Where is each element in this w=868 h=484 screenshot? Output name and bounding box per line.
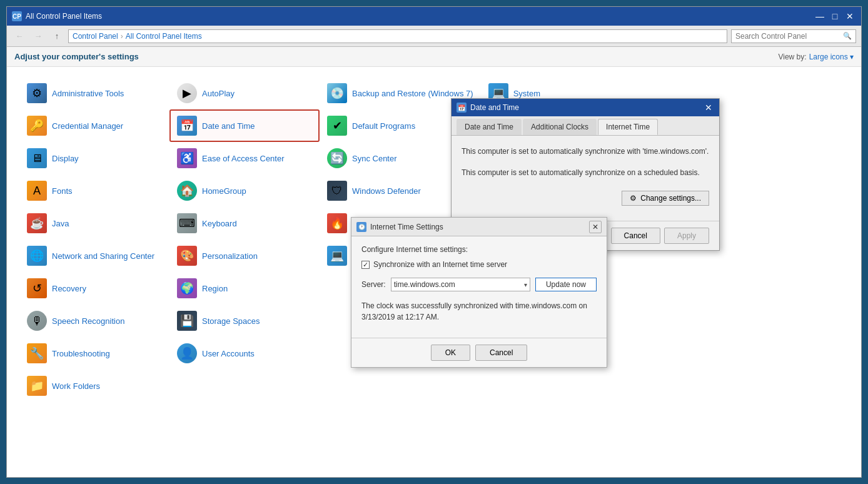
server-value: time.windows.com — [394, 280, 455, 289]
configure-text: Configure Internet time settings: — [361, 245, 597, 254]
success-text: The clock was successfully synchronized … — [361, 300, 597, 323]
close-button[interactable]: ✕ — [844, 10, 856, 23]
toolbar: Adjust your computer's settings View by:… — [7, 47, 861, 67]
cp-label-work-folders: Work Folders — [52, 381, 100, 391]
cp-label-recovery: Recovery — [52, 284, 86, 293]
cp-icon-default-programs: ✔ — [327, 116, 347, 136]
cp-item-administrative-tools[interactable]: ⚙ Administrative Tools — [19, 77, 169, 109]
cp-item-personalization[interactable]: 🎨 Personalization — [169, 239, 320, 272]
minimize-button[interactable]: — — [814, 10, 826, 23]
cp-icon-personalization: 🎨 — [177, 246, 197, 266]
tab-date-time[interactable]: Date and Time — [457, 119, 522, 135]
cp-label-network-sharing: Network and Sharing Center — [52, 251, 154, 261]
cp-label-fonts: Fonts — [52, 186, 73, 196]
server-dropdown[interactable]: time.windows.com ▾ — [391, 278, 530, 291]
cp-item-java[interactable]: ☕ Java — [19, 207, 169, 239]
view-by-label: View by: — [778, 53, 806, 61]
cp-label-date-time: Date and Time — [202, 121, 255, 131]
cp-icon-work-folders: 📁 — [27, 376, 47, 396]
cp-icon-windows-to-go: 💻 — [327, 246, 347, 266]
search-box[interactable]: 🔍 — [731, 29, 856, 43]
cp-item-keyboard[interactable]: ⌨ Keyboard — [169, 207, 320, 239]
title-bar: CP All Control Panel Items — □ ✕ — [7, 7, 861, 26]
search-icon: 🔍 — [843, 32, 852, 40]
cp-label-homegroup: HomeGroup — [202, 186, 246, 196]
cp-item-speech-recognition[interactable]: 🎙 Speech Recognition — [19, 305, 169, 337]
cp-item-network-sharing[interactable]: 🌐 Network and Sharing Center — [19, 239, 169, 272]
cp-item-region[interactable]: 🌍 Region — [169, 272, 320, 305]
cp-item-work-folders[interactable]: 📁 Work Folders — [19, 370, 169, 402]
cp-label-credential-manager: Credential Manager — [52, 121, 123, 131]
cp-icon-backup-restore: 💿 — [327, 83, 347, 103]
inet-close-button[interactable]: ✕ — [589, 221, 602, 233]
cp-icon-network-sharing: 🌐 — [27, 246, 47, 266]
date-time-close-button[interactable]: ✕ — [703, 102, 714, 113]
cp-label-personalization: Personalization — [202, 251, 258, 261]
up-button[interactable]: ↑ — [49, 29, 64, 44]
cp-label-display: Display — [52, 154, 79, 163]
inet-content: Configure Internet time settings: ✓ Sync… — [351, 236, 607, 338]
cp-item-troubleshooting[interactable]: 🔧 Troubleshooting — [19, 337, 169, 370]
tab-additional-clocks[interactable]: Additional Clocks — [523, 119, 597, 135]
forward-button[interactable]: → — [31, 29, 46, 44]
checkbox-label: Synchronize with an Internet time server — [373, 260, 507, 269]
cp-label-storage-spaces: Storage Spaces — [202, 316, 260, 326]
cp-item-recovery[interactable]: ↺ Recovery — [19, 272, 169, 305]
cp-label-region: Region — [202, 284, 228, 293]
cp-icon-administrative-tools: ⚙ — [27, 83, 47, 103]
cp-icon-recovery: ↺ — [27, 278, 47, 298]
server-row: Server: time.windows.com ▾ Update now — [361, 278, 597, 291]
cp-item-display[interactable]: 🖥 Display — [19, 142, 169, 174]
cp-icon-user-accounts: 👤 — [177, 343, 197, 363]
cp-item-credential-manager[interactable]: 🔑 Credential Manager — [19, 109, 169, 142]
sync-checkbox[interactable]: ✓ — [361, 261, 370, 269]
inet-title-icon: 🕐 — [356, 222, 366, 232]
column-1: ⚙ Administrative Tools 🔑 Credential Mana… — [19, 77, 169, 402]
cp-item-autoplay[interactable]: ▶ AutoPlay — [169, 77, 320, 109]
cp-icon-troubleshooting: 🔧 — [27, 343, 47, 363]
cp-label-system: System — [513, 89, 540, 98]
cp-item-user-accounts[interactable]: 👤 User Accounts — [169, 337, 320, 370]
cp-label-backup-restore: Backup and Restore (Windows 7) — [352, 89, 473, 98]
page-heading: Adjust your computer's settings — [14, 52, 139, 61]
cp-icon-windows-firewall: 🔥 — [327, 213, 347, 233]
sched-text: This computer is set to automatically sy… — [462, 167, 709, 178]
cp-label-user-accounts: User Accounts — [202, 349, 255, 358]
address-bar: ← → ↑ Control Panel › All Control Panel … — [7, 26, 861, 47]
breadcrumb-all-items[interactable]: All Control Panel Items — [126, 32, 202, 41]
back-button[interactable]: ← — [12, 29, 27, 44]
cp-label-default-programs: Default Programs — [352, 121, 415, 131]
cp-label-autoplay: AutoPlay — [202, 89, 235, 98]
cp-item-storage-spaces[interactable]: 💾 Storage Spaces — [169, 305, 320, 337]
inet-cancel-button[interactable]: Cancel — [475, 345, 527, 361]
title-bar-title: All Control Panel Items — [26, 12, 814, 21]
cp-icon-date-time: 📅 — [177, 116, 197, 136]
cp-item-fonts[interactable]: A Fonts — [19, 174, 169, 207]
inet-title-bar: 🕐 Internet Time Settings ✕ — [351, 218, 607, 236]
cp-item-date-time[interactable]: 📅 Date and Time — [169, 109, 320, 142]
cp-item-homegroup[interactable]: 🏠 HomeGroup — [169, 174, 320, 207]
breadcrumb-control-panel[interactable]: Control Panel — [73, 32, 118, 41]
cp-icon-fonts: A — [27, 181, 47, 201]
cp-icon-java: ☕ — [27, 213, 47, 233]
cp-icon-region: 🌍 — [177, 278, 197, 298]
update-now-button[interactable]: Update now — [535, 278, 597, 291]
datetime-apply-button[interactable]: Apply — [664, 228, 709, 244]
view-by-dropdown[interactable]: Large icons ▾ — [809, 53, 854, 61]
cp-item-ease-of-access[interactable]: ♿ Ease of Access Center — [169, 142, 320, 174]
title-bar-icon: CP — [12, 11, 22, 21]
datetime-cancel-button[interactable]: Cancel — [611, 228, 660, 244]
cp-icon-keyboard: ⌨ — [177, 213, 197, 233]
cp-label-ease-of-access: Ease of Access Center — [202, 154, 285, 163]
search-input[interactable] — [735, 32, 843, 41]
cp-icon-ease-of-access: ♿ — [177, 148, 197, 168]
cp-icon-sync-center: 🔄 — [327, 148, 347, 168]
inet-ok-button[interactable]: OK — [431, 345, 470, 361]
tab-internet-time[interactable]: Internet Time — [598, 119, 658, 135]
date-time-tabs: Date and Time Additional Clocks Internet… — [452, 116, 719, 136]
dropdown-arrow-icon: ▾ — [524, 281, 527, 288]
date-time-dialog-icon: 📅 — [457, 103, 467, 113]
change-settings-button[interactable]: ⚙ Change settings... — [622, 191, 709, 206]
cp-label-administrative-tools: Administrative Tools — [52, 89, 124, 98]
maximize-button[interactable]: □ — [829, 10, 841, 23]
